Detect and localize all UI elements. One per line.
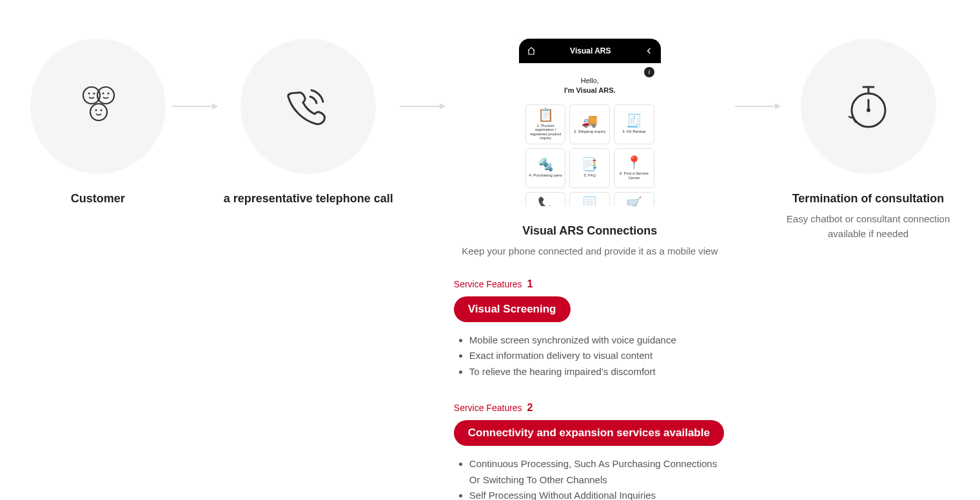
feature2-num: 2 [527, 402, 533, 413]
svg-point-4 [93, 93, 95, 95]
feature-label-text: Service Features [454, 279, 522, 289]
phone-hello-1: Hello, [525, 76, 654, 86]
phone-tile-grid: 📋1. Product registration / registered pr… [525, 104, 654, 206]
phone-mock-wrap: Visual ARS i Hello, I'm Visual ARS. 📋1. … [519, 39, 661, 206]
tile-label: 4. Purchasing parts [529, 173, 562, 178]
step-customer-title: Customer [71, 192, 125, 206]
tile-icon: 📍 [626, 156, 642, 169]
phone-tile: 🛒 [614, 192, 654, 206]
tile-icon: 🔩 [538, 158, 554, 171]
feature2-bullet: Continuous Processing, Such As Purchasin… [469, 456, 726, 488]
phone-body: i Hello, I'm Visual ARS. 📋1. Product reg… [519, 63, 661, 206]
phone-tile: 🚚2. Shipping inquiry [569, 104, 610, 144]
tile-label: 3. AS Receipt [622, 130, 645, 134]
feature-label-text: Service Features [454, 403, 522, 413]
customers-icon [72, 84, 124, 129]
step-ars-title: Visual ARS Connections [522, 224, 657, 238]
feature2-bullet: Self Processing Without Additional Inqui… [469, 488, 726, 500]
feature1-bullet: Exact information delivery to visual con… [469, 348, 726, 364]
feature1-bullet: Mobile screen synchronized with voice gu… [469, 332, 726, 349]
step-call-circle [240, 39, 376, 174]
phone-tile: 📍6. Find a Service Center [614, 148, 654, 188]
tile-label: 6. Find a Service Center [616, 171, 652, 180]
feature1-num: 1 [527, 278, 533, 289]
phone-hello-2: I'm Visual ARS. [525, 86, 654, 95]
phone-tile: 📃 [569, 192, 610, 206]
tile-label: 1. Product registration / registered pro… [527, 124, 564, 140]
svg-point-10 [867, 108, 870, 112]
info-icon: i [644, 67, 654, 77]
step-termination-subtitle: Easy chatbot or consultant connection av… [787, 212, 950, 241]
feature1-bullets: Mobile screen synchronized with voice gu… [454, 332, 726, 380]
step-ars-subtitle: Keep your phone connected and provide it… [462, 244, 718, 259]
tile-icon: 📑 [582, 158, 598, 171]
step-call-title: a representative telephone call [224, 192, 393, 206]
tile-label: 2. Shipping inquiry [574, 130, 605, 134]
phone-title-bar: Visual ARS [519, 39, 661, 63]
phone-tile: 🔩4. Purchasing parts [525, 148, 566, 188]
feature2-bullets: Continuous Processing, Such As Purchasin… [454, 456, 726, 500]
feature2-pill: Connectivity and expansion services avai… [454, 420, 724, 446]
home-icon [527, 46, 536, 55]
feature1-bullet: To relieve the hearing impaired's discom… [469, 364, 726, 380]
features-block: Service Features 1 Visual Screening Mobi… [451, 278, 729, 501]
phone-mock: Visual ARS i Hello, I'm Visual ARS. 📋1. … [519, 39, 661, 206]
tile-icon: 📃 [582, 197, 598, 206]
svg-point-7 [95, 110, 97, 111]
svg-point-6 [107, 93, 109, 95]
phone-tile: 📞 [525, 192, 566, 206]
tile-label: 5. FAQ [583, 173, 596, 178]
step-customer-circle [30, 39, 166, 174]
phone-tile: 📑5. FAQ [569, 148, 610, 188]
termination-sub-line2: available if needed [787, 227, 950, 242]
feature1-label: Service Features 1 [454, 278, 726, 290]
tile-icon: 📋 [538, 108, 554, 121]
back-icon [645, 46, 653, 55]
svg-point-8 [100, 110, 102, 111]
phone-call-icon [283, 81, 333, 131]
step-customer: Customer [30, 39, 166, 212]
step-call: a representative telephone call [224, 39, 393, 212]
tile-icon: 🚚 [582, 114, 598, 127]
svg-point-5 [102, 93, 104, 95]
arrow-3 [729, 39, 787, 174]
arrow-1 [166, 39, 224, 174]
step-termination-title: Termination of consultation [792, 192, 945, 206]
tile-icon: 📞 [538, 197, 554, 206]
tile-icon: 🧾 [626, 114, 642, 127]
step-termination: Termination of consultation Easy chatbot… [787, 39, 950, 241]
termination-sub-line1: Easy chatbot or consultant connection [787, 212, 950, 227]
step-visual-ars: Visual ARS i Hello, I'm Visual ARS. 📋1. … [451, 39, 729, 500]
svg-point-3 [88, 93, 90, 95]
arrow-2 [393, 39, 451, 174]
step-termination-circle [801, 39, 936, 174]
phone-tile: 📋1. Product registration / registered pr… [525, 104, 566, 144]
phone-greeting: Hello, I'm Visual ARS. [525, 70, 654, 104]
svg-point-2 [90, 104, 107, 120]
stopwatch-icon [845, 82, 892, 131]
phone-bar-title: Visual ARS [570, 46, 611, 55]
tile-icon: 🛒 [626, 197, 642, 206]
phone-tile: 🧾3. AS Receipt [614, 104, 654, 144]
feature1-pill: Visual Screening [454, 296, 571, 322]
flow-row: Customer a representative telephone call [0, 0, 980, 500]
feature2-label: Service Features 2 [454, 402, 726, 414]
